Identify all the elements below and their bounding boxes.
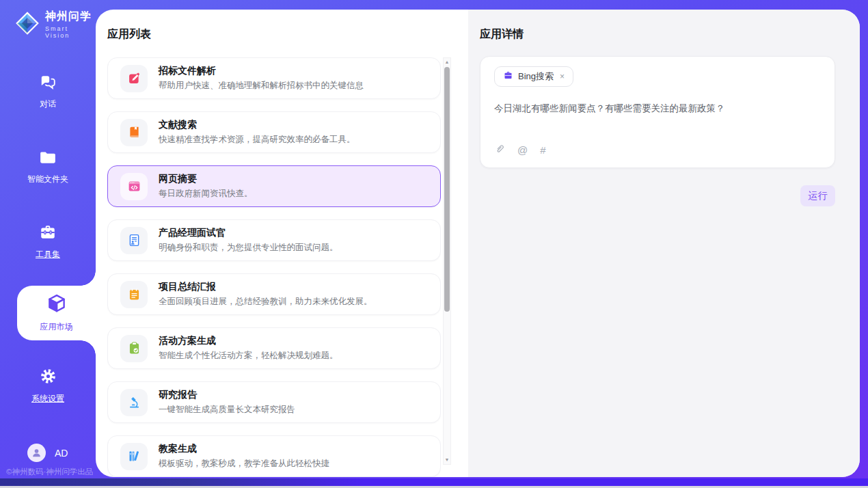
clipboard-check-icon <box>120 335 148 362</box>
app-card[interactable]: 产品经理面试官明确身份和职责，为您提供专业性的面试问题。 <box>107 219 441 261</box>
sidebar-item-label: 对话 <box>40 98 56 110</box>
sidebar-item-1[interactable]: 对话 <box>0 70 96 113</box>
gear-icon <box>39 367 57 388</box>
pen-square-icon <box>120 65 148 92</box>
app-card-desc: 一键智能生成高质量长文本研究报告 <box>159 404 295 416</box>
app-detail-title: 应用详情 <box>480 27 524 42</box>
briefcase-icon <box>503 70 513 83</box>
brand-tagline: Smart Vision <box>45 25 96 39</box>
app-card[interactable]: 招标文件解析帮助用户快速、准确地理解和解析招标书中的关键信息 <box>107 57 441 99</box>
composer-card[interactable]: Bing搜索 × 今日湖北有哪些新闻要点？有哪些需要关注的最新政策？ @# <box>480 56 835 168</box>
app-card-desc: 帮助用户快速、准确地理解和解析招标书中的关键信息 <box>159 80 364 92</box>
app-card[interactable]: 项目总结汇报全面回顾项目进展，总结经验教训，助力未来优化发展。 <box>107 273 441 315</box>
app-card-title: 活动方案生成 <box>159 335 338 347</box>
composer-toolbar: @# <box>494 143 546 158</box>
app-list-title: 应用列表 <box>107 27 151 42</box>
user-initials: AD <box>55 448 68 459</box>
person-icon <box>31 447 42 459</box>
scrollbar-thumb[interactable] <box>444 67 450 312</box>
app-card-list: 招标文件解析帮助用户快速、准确地理解和解析招标书中的关键信息文献搜索快速精准查找… <box>107 57 441 477</box>
brand-logo: 神州问学 Smart Vision <box>15 10 96 39</box>
app-card-title: 网页摘要 <box>159 173 253 185</box>
books-icon <box>120 443 148 470</box>
app-card-title: 教案生成 <box>159 443 329 455</box>
app-card-desc: 模板驱动，教案秒成，教学准备从此轻松快捷 <box>159 458 329 470</box>
scrollbar-up-icon[interactable]: ▲ <box>444 58 450 66</box>
app-card[interactable]: 活动方案生成智能生成个性化活动方案，轻松解决规划难题。 <box>107 327 441 369</box>
doc-person-icon <box>120 227 148 254</box>
diamond-logo-icon <box>15 11 40 38</box>
sidebar-item-2[interactable]: 智能文件夹 <box>0 145 96 189</box>
app-card[interactable]: 研究报告一键智能生成高质量长文本研究报告 <box>107 381 441 423</box>
bottom-bar <box>0 478 868 486</box>
sidebar-item-3[interactable]: 工具集 <box>0 220 96 264</box>
chip-close-icon[interactable]: × <box>560 72 565 81</box>
app-list-panel: 应用列表 招标文件解析帮助用户快速、准确地理解和解析招标书中的关键信息文献搜索快… <box>96 10 468 477</box>
app-card-title: 产品经理面试官 <box>159 227 338 239</box>
user-row[interactable]: AD <box>27 444 68 462</box>
mention-icon[interactable]: @ <box>517 144 528 157</box>
sidebar: 神州问学 Smart Vision 对话智能文件夹工具集应用市场系统设置 AD … <box>0 0 96 488</box>
sidebar-item-4[interactable]: 应用市场 <box>17 286 96 340</box>
app-card[interactable]: 文献搜索快速精准查找学术资源，提高研究效率的必备工具。 <box>107 111 441 153</box>
app-card-desc: 全面回顾项目进展，总结经验教训，助力未来优化发展。 <box>159 296 372 308</box>
app-card-title: 项目总结汇报 <box>159 281 372 293</box>
sidebar-item-label: 应用市场 <box>40 321 73 333</box>
run-button[interactable]: 运行 <box>800 185 835 206</box>
folder-icon <box>39 148 57 169</box>
main-panel: 应用列表 招标文件解析帮助用户快速、准确地理解和解析招标书中的关键信息文献搜索快… <box>96 10 860 477</box>
tool-chip[interactable]: Bing搜索 × <box>494 66 573 87</box>
app-card-desc: 明确身份和职责，为您提供专业性的面试问题。 <box>159 242 338 254</box>
query-text[interactable]: 今日湖北有哪些新闻要点？有哪些需要关注的最新政策？ <box>494 102 821 116</box>
sidebar-item-label: 智能文件夹 <box>27 174 68 185</box>
chat-icon <box>39 73 57 94</box>
sidebar-item-5[interactable]: 系统设置 <box>0 364 96 407</box>
tool-chip-label: Bing搜索 <box>518 70 554 83</box>
app-list-scrollbar[interactable]: ▲ ▼ <box>443 57 451 465</box>
toolbox-icon <box>39 223 57 244</box>
copyright-text: ©神州数码·神州问学出品 <box>6 467 93 477</box>
app-card-title: 文献搜索 <box>159 119 355 131</box>
app-card-desc: 智能生成个性化活动方案，轻松解决规划难题。 <box>159 350 338 362</box>
browser-code-icon <box>120 173 148 200</box>
app-card-desc: 每日政府新闻资讯快查。 <box>159 188 253 200</box>
app-detail-panel: 应用详情 Bing搜索 × 今日湖北有哪些新闻要点？有哪些需要关注的最新政策？ … <box>468 10 860 477</box>
cube-icon <box>46 293 67 316</box>
app-card-title: 研究报告 <box>159 389 295 401</box>
scrollbar-down-icon[interactable]: ▼ <box>444 456 450 464</box>
book-icon <box>120 119 148 146</box>
app-card-desc: 快速精准查找学术资源，提高研究效率的必备工具。 <box>159 134 355 146</box>
hash-icon[interactable]: # <box>540 144 545 157</box>
app-card-title: 招标文件解析 <box>159 65 364 77</box>
sidebar-item-label: 系统设置 <box>31 393 64 405</box>
microscope-icon <box>120 389 148 416</box>
app-card[interactable]: 网页摘要每日政府新闻资讯快查。 <box>107 165 441 207</box>
sidebar-item-label: 工具集 <box>36 249 60 260</box>
app-card[interactable]: 教案生成模板驱动，教案秒成，教学准备从此轻松快捷 <box>107 435 441 477</box>
avatar <box>27 444 46 462</box>
paperclip-icon[interactable] <box>494 143 505 158</box>
brand-name: 神州问学 <box>45 10 96 24</box>
notepad-icon <box>120 281 148 308</box>
